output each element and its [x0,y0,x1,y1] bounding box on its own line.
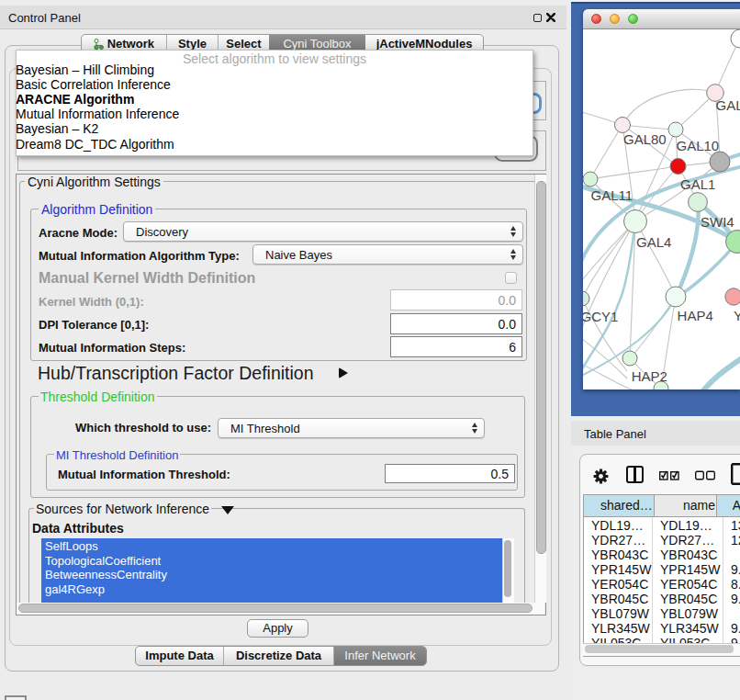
svg-text:GAL11: GAL11 [591,187,633,203]
svg-text:GAL2: GAL2 [716,97,740,113]
svg-text:GAL10: GAL10 [677,138,720,153]
svg-text:GAL1: GAL1 [680,176,715,192]
svg-text:GAL80: GAL80 [623,131,667,147]
svg-text:YJ: YJ [734,308,740,323]
svg-text:GCY1: GCY1 [583,309,618,324]
svg-text:GAL4: GAL4 [636,234,671,250]
svg-text:HAP2: HAP2 [632,368,667,384]
svg-text:SWI4: SWI4 [701,214,734,230]
svg-text:HAP4: HAP4 [678,308,713,323]
